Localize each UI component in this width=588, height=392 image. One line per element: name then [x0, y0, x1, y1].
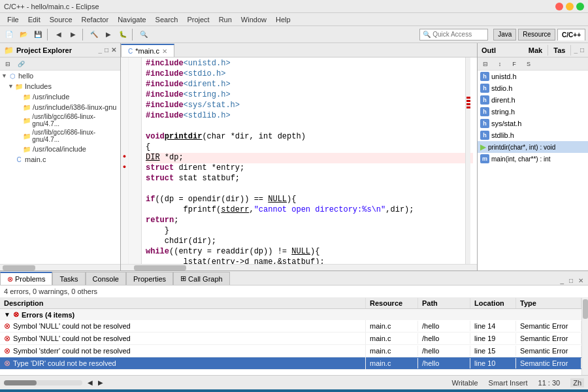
tree-main-c[interactable]: C main.c [0, 154, 120, 165]
line-numbers [129, 57, 142, 264]
collapse-all-btn[interactable]: ⊟ [1, 57, 14, 71]
tree-local-include[interactable]: 📁 /usr/local/include [0, 144, 120, 154]
problems-minimize[interactable]: _ [558, 276, 566, 285]
tree-gcc-2[interactable]: 📁 /usr/lib/gcc/i686-linux-gnu/4.7... [0, 128, 120, 144]
menu-run[interactable]: Run [214, 14, 237, 25]
outline-main[interactable]: m main(int, char**) : int [478, 153, 588, 165]
menu-project[interactable]: Project [182, 14, 214, 25]
menu-bar: File Edit Source Refactor Navigate Searc… [0, 13, 588, 26]
close-button[interactable] [555, 3, 563, 10]
problem-row-4[interactable]: ⊗ Type 'DIR' could not be resolved main.… [0, 357, 581, 370]
outline-stdio[interactable]: h stdio.h [478, 82, 588, 94]
problems-col-resource: Resource [366, 298, 418, 308]
outline-tab-mak[interactable]: Mak [523, 45, 548, 56]
outline-printdir[interactable]: ▶ printdir(char*, int) : void [478, 141, 588, 153]
toolbar-open[interactable]: 📂 [17, 28, 30, 41]
prob-res-3: main.c [366, 346, 418, 356]
problems-tab-tasks[interactable]: Tasks [52, 272, 85, 285]
outline-sysstat[interactable]: h sys/stat.h [478, 118, 588, 129]
quick-access-input[interactable] [433, 31, 485, 38]
tree-gcc-1[interactable]: 📁 /usr/lib/gcc/i686-linux-gnu/4.7... [0, 112, 120, 128]
folder-icon-4: 📁 [22, 131, 31, 140]
perspective-java[interactable]: Java [493, 29, 516, 41]
collapse-hello: ▼ [1, 73, 8, 79]
outline-maximize[interactable]: □ [580, 46, 584, 54]
project-explorer-minimize[interactable]: _ [98, 46, 102, 54]
problems-scrollbar[interactable] [581, 298, 588, 375]
toolbar-save[interactable]: 💾 [31, 28, 44, 41]
toolbar-back[interactable]: ◀ [52, 28, 65, 41]
problems-close[interactable]: ✕ [576, 276, 585, 285]
problems-tab-bar: ⊗ Problems Tasks Console Properties ⊞ Ca… [0, 271, 588, 286]
code-line-2: #include <stdio.h> [146, 69, 473, 80]
prob-desc-2: ⊗ Symbol 'NULL' could not be resolved [0, 333, 366, 344]
toolbar-search-btn[interactable]: 🔍 [137, 28, 150, 41]
menu-file[interactable]: File [3, 14, 24, 25]
problems-tab-console[interactable]: Console [86, 272, 126, 285]
code-text[interactable]: #include <unistd.h> #include <stdio.h> #… [142, 57, 477, 264]
outline-hide-fields[interactable]: F [508, 57, 521, 71]
outline-dirent[interactable]: h dirent.h [478, 94, 588, 106]
menu-edit[interactable]: Edit [24, 14, 45, 25]
problem-row-2[interactable]: ⊗ Symbol 'NULL' could not be resolved ma… [0, 333, 581, 345]
menu-window[interactable]: Window [237, 14, 271, 25]
prob-type-2: Semantic Error [516, 333, 581, 344]
error-group-header[interactable]: ▼ ⊗ Errors (4 items) [0, 309, 581, 320]
perspective-resource[interactable]: Resource [518, 29, 555, 41]
problem-row-1[interactable]: ⊗ Symbol 'NULL' could not be resolved ma… [0, 320, 581, 333]
menu-source[interactable]: Source [45, 14, 77, 25]
breakpoint-gutter: ● ● [121, 57, 129, 264]
editor-tab-close[interactable]: ✕ [162, 48, 167, 55]
project-explorer-close[interactable]: ✕ [111, 46, 116, 54]
menu-help[interactable]: Help [271, 14, 295, 25]
toolbar-debug[interactable]: 🐛 [116, 28, 129, 41]
problems-tab-call-graph[interactable]: ⊞ Call Graph [173, 272, 230, 285]
c-tab-icon: C [128, 48, 133, 55]
tree-includes[interactable]: ▼ 📁 Includes [0, 81, 120, 91]
outline-sort[interactable]: ↕ [493, 57, 506, 71]
project-explorer-maximize[interactable]: □ [105, 46, 108, 54]
perspective-cpp[interactable]: C/C++ [557, 29, 585, 41]
problems-col-location: Location [470, 298, 516, 308]
scroll-left-btn[interactable]: ◀ [88, 379, 93, 386]
problems-tab-problems[interactable]: ⊗ Problems [0, 272, 52, 285]
prob-path-2: /hello [418, 333, 470, 344]
outline-hide-static[interactable]: S [522, 57, 535, 71]
main-c-label: main.c [25, 155, 46, 163]
outline-minimize[interactable]: _ [574, 46, 578, 54]
editor-content[interactable]: ● ● [121, 57, 477, 264]
toolbar-build[interactable]: 🔨 [88, 28, 101, 41]
editor-scrollbar-h[interactable] [121, 264, 477, 270]
tree-usr-include[interactable]: 📁 /usr/include [0, 91, 120, 102]
link-with-editor-btn[interactable]: 🔗 [14, 57, 27, 71]
problems-rows: ▼ ⊗ Errors (4 items) ⊗ Symbol 'NULL' cou… [0, 309, 581, 370]
tree-usr-include-i386[interactable]: 📁 /usr/include/i386-linux-gnu [0, 102, 120, 112]
problem-row-3[interactable]: ⊗ Symbol 'stderr' could not be resolved … [0, 345, 581, 357]
outline-items: h unistd.h h stdio.h h dirent.h h string… [478, 71, 588, 270]
toolbar-forward[interactable]: ▶ [67, 28, 80, 41]
status-scrollbar[interactable] [4, 380, 82, 385]
outline-string[interactable]: h string.h [478, 106, 588, 118]
maximize-button[interactable] [576, 3, 584, 10]
tree-hello-project[interactable]: ▼ ⬡ hello [0, 71, 120, 81]
project-explorer: 📁 Project Explorer _ □ ✕ ⊟ 🔗 ▼ ⬡ hello ▼… [0, 43, 121, 270]
collapse-includes: ▼ [8, 83, 14, 90]
problems-tab-properties[interactable]: Properties [126, 272, 173, 285]
project-scrollbar-h[interactable] [0, 264, 120, 270]
outline-stdlib-label: stdlib.h [491, 131, 514, 139]
project-icon: ⬡ [8, 71, 17, 80]
menu-navigate[interactable]: Navigate [113, 14, 150, 25]
code-line-14: if((dp = opendir(dir)) == NULL){ [146, 195, 473, 205]
outline-collapse[interactable]: ⊟ [479, 57, 492, 71]
outline-tab-tas[interactable]: Tas [548, 45, 571, 56]
editor-tab-main-c[interactable]: C *main.c ✕ [121, 44, 174, 57]
problems-maximize[interactable]: □ [567, 276, 575, 285]
scroll-right-btn[interactable]: ▶ [98, 379, 103, 386]
outline-stdlib[interactable]: h stdlib.h [478, 129, 588, 141]
toolbar-run[interactable]: ▶ [102, 28, 115, 41]
menu-search[interactable]: Search [151, 14, 183, 25]
toolbar-new[interactable]: 📄 [3, 28, 16, 41]
minimize-button[interactable] [566, 3, 574, 10]
menu-refactor[interactable]: Refactor [77, 14, 114, 25]
outline-unistd[interactable]: h unistd.h [478, 71, 588, 82]
